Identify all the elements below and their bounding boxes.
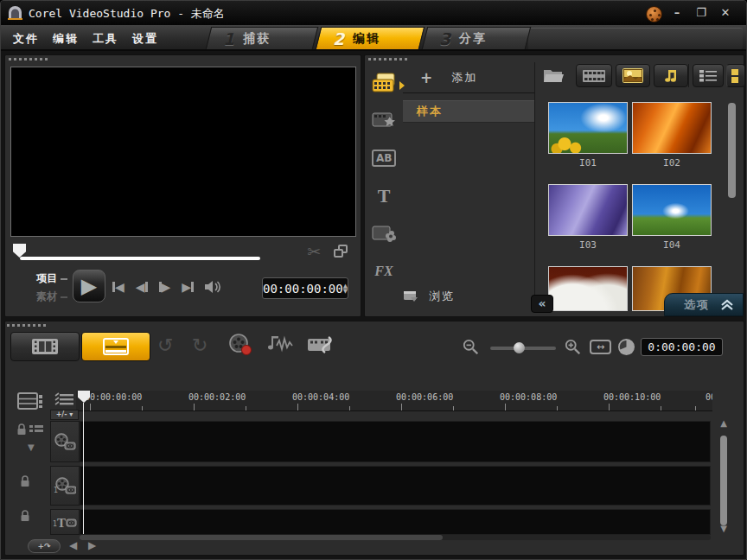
scroll-left-arrow[interactable]: ◀ [69, 539, 77, 551]
mode-clip-label[interactable]: 素材 [36, 290, 57, 302]
thumbnail-item[interactable]: I02 [632, 102, 712, 169]
tab-capture-number: 1 [223, 29, 234, 48]
next-frame-button[interactable]: ▶ [159, 280, 171, 294]
svg-text:T: T [57, 516, 66, 529]
panel-grip[interactable] [368, 58, 408, 60]
ripple-edit-icon[interactable] [306, 334, 334, 356]
timeline-view-button[interactable] [81, 332, 150, 361]
preview-timecode[interactable]: 00:00:00:00 ▲▼ [262, 277, 348, 299]
thumbnail-image[interactable] [548, 102, 628, 154]
thumbnail-image[interactable] [632, 102, 712, 154]
end-button[interactable]: ▶ [182, 280, 194, 294]
thumbnail-image[interactable] [548, 184, 628, 236]
horizontal-scrollbar-thumb[interactable] [80, 535, 443, 540]
close-button[interactable]: ✕ [715, 4, 736, 22]
thumbnail-view-button[interactable] [726, 64, 745, 87]
title-track-lane[interactable] [80, 509, 711, 535]
title-category-icon[interactable]: T [372, 185, 396, 207]
storyboard-view-button[interactable] [10, 332, 80, 361]
scroll-up-arrow[interactable]: ▲ [718, 418, 730, 428]
tab-edit[interactable]: 2 编辑 [316, 27, 425, 49]
transition-category-icon[interactable] [372, 111, 396, 133]
app-window: Corel VideoStudio Pro - 未命名 – ❐ ✕ 文件 编辑 … [0, 0, 747, 560]
swap-track-button[interactable]: +↷ [28, 539, 61, 553]
scroll-right-arrow[interactable]: ▶ [88, 539, 96, 551]
menu-file[interactable]: 文件 [13, 31, 39, 47]
show-all-tracks-toggle[interactable]: +/- ▾ [50, 410, 79, 420]
browse-button[interactable]: 浏览 [403, 283, 534, 309]
enlarge-preview-icon[interactable] [334, 245, 349, 258]
graphic-category-icon[interactable] [372, 225, 396, 247]
split-clip-icon[interactable]: ✂ [307, 242, 321, 261]
folder-icon[interactable] [543, 67, 564, 83]
library-folder-sample[interactable]: 样本 [403, 100, 534, 123]
ab-transition-category-icon[interactable]: AB [372, 149, 396, 167]
horizontal-scrollbar[interactable] [80, 535, 711, 540]
thumbnail-image[interactable] [548, 266, 628, 311]
library-scrollbar[interactable] [728, 103, 736, 198]
zoom-out-icon[interactable] [462, 339, 481, 356]
thumbnail-image[interactable] [632, 184, 712, 236]
video-track-lane[interactable] [80, 421, 711, 462]
show-photos-button[interactable] [616, 64, 650, 87]
record-capture-icon[interactable] [228, 334, 252, 356]
list-view-button[interactable] [693, 64, 724, 87]
track-list-icon[interactable] [54, 392, 74, 408]
preview-panel: ✂ 项目 素材 ▶ ◀ ◀ ▶ ▶ 00:00:00:00 ▲▼ [4, 54, 361, 317]
trim-bar[interactable] [20, 257, 260, 260]
zoom-slider-thumb[interactable] [514, 342, 525, 353]
tab-capture-label: 捕获 [243, 31, 271, 47]
show-videos-button[interactable] [576, 64, 612, 87]
overlay-track-header[interactable]: 1 [50, 466, 80, 506]
previous-frame-button[interactable]: ◀ [136, 280, 148, 294]
title-track-lock-icon[interactable] [19, 510, 31, 522]
video-track-lock-icon[interactable] [16, 423, 45, 436]
track-manager-icon[interactable] [17, 392, 43, 410]
panel-grip[interactable] [9, 58, 48, 60]
timeline-ruler[interactable]: 00:00:00:00 00:00:02:00 00:00:04:00 00:0… [76, 391, 712, 411]
video-track-header[interactable] [50, 421, 80, 462]
vertical-scrollbar-thumb[interactable] [720, 436, 727, 525]
menu-settings[interactable]: 设置 [132, 31, 158, 47]
trim-marker-handle[interactable] [13, 244, 26, 258]
volume-icon[interactable] [205, 280, 222, 294]
tab-edit-label: 编辑 [353, 31, 380, 47]
overlay-track-lane[interactable] [80, 466, 711, 506]
tab-share[interactable]: 3 分享 [422, 27, 531, 49]
fit-project-button[interactable]: ↔ [590, 340, 611, 354]
sound-mixer-icon[interactable] [266, 334, 296, 356]
mode-project-label[interactable]: 项目 [36, 272, 57, 284]
timeline-zoom-slider[interactable] [490, 347, 556, 350]
title-track-header[interactable]: 1 T [50, 509, 80, 535]
menu-edit[interactable]: 编辑 [53, 31, 79, 47]
track-expand-arrow[interactable]: ▼ [28, 442, 35, 452]
redo-button[interactable]: ↻ [192, 335, 208, 356]
tab-shelf [528, 28, 743, 49]
scroll-down-arrow[interactable]: ▼ [718, 524, 730, 533]
thumbnail-item[interactable]: I03 [548, 184, 628, 251]
media-category-icon[interactable] [372, 73, 396, 97]
filter-category-icon[interactable]: FX [372, 263, 396, 279]
project-duration-icon[interactable] [617, 338, 635, 356]
collapse-library-button[interactable]: « [531, 295, 553, 313]
tab-capture[interactable]: 1 捕获 [206, 27, 318, 49]
thumbnail-item[interactable] [548, 266, 628, 311]
add-folder-button[interactable]: + 添加 [403, 62, 534, 93]
timeline-timecode[interactable]: 0:00:00:00 [641, 338, 723, 356]
home-button[interactable]: ◀ [112, 280, 124, 294]
overlay-track-lock-icon[interactable] [19, 475, 31, 487]
menu-tools[interactable]: 工具 [93, 31, 118, 47]
panel-grip[interactable] [7, 324, 47, 327]
undo-button[interactable]: ↺ [157, 335, 173, 356]
options-button[interactable]: 选项 [664, 293, 744, 316]
minimize-button[interactable]: – [667, 4, 687, 22]
reel-badge-icon[interactable] [646, 6, 662, 22]
maximize-button[interactable]: ❐ [691, 4, 712, 22]
timecode-spinner[interactable]: ▲▼ [343, 283, 348, 294]
thumbnail-item[interactable]: I01 [548, 102, 628, 169]
play-button[interactable]: ▶ [73, 270, 105, 302]
thumbnail-item[interactable]: I04 [632, 184, 712, 251]
video-preview[interactable] [10, 67, 356, 237]
show-audio-button[interactable] [654, 64, 688, 87]
zoom-in-icon[interactable] [564, 339, 583, 356]
